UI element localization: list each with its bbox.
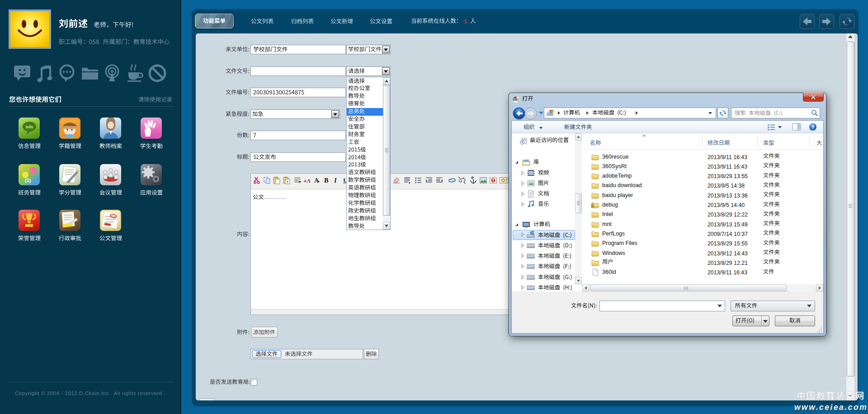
- svg-text:(1): (1): [25, 178, 31, 183]
- svg-text:I: I: [334, 177, 337, 184]
- svg-text:A: A: [314, 177, 319, 184]
- svg-text:T: T: [287, 180, 289, 184]
- svg-text:?: ?: [811, 124, 815, 130]
- svg-text:A: A: [306, 178, 310, 184]
- svg-text:info: info: [26, 125, 33, 129]
- svg-text:B: B: [324, 177, 328, 184]
- svg-text:f: f: [493, 178, 494, 183]
- svg-text:a: a: [304, 178, 307, 183]
